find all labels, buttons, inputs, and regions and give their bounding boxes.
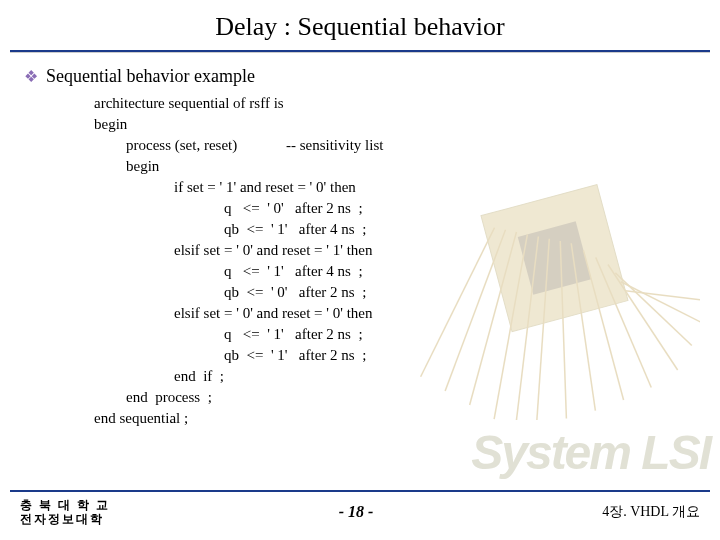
diamond-bullet-icon: ❖ (24, 67, 38, 86)
code-block: architecture sequential of rsff is begin… (24, 93, 700, 429)
code-line: begin (94, 156, 700, 177)
code-line: q <= ' 0' after 2 ns ; (94, 198, 700, 219)
code-line: begin (94, 114, 700, 135)
footer-rule (10, 490, 710, 492)
watermark-text: System LSI (471, 425, 710, 480)
organization-label: 충 북 대 학 교 전자정보대학 (20, 498, 110, 527)
content-area: ❖ Sequential behavior example architectu… (0, 66, 720, 429)
code-line: process (set, reset) -- sensitivity list (94, 135, 700, 156)
code-line: elsif set = ' 0' and reset = ' 0' then (94, 303, 700, 324)
code-line: q <= ' 1' after 2 ns ; (94, 324, 700, 345)
page-number: - 18 - (339, 503, 374, 521)
org-line2: 전자정보대학 (20, 512, 110, 526)
bullet-text: Sequential behavior example (46, 66, 255, 87)
chapter-label: 4장. VHDL 개요 (602, 503, 700, 521)
slide-title: Delay : Sequential behavior (0, 0, 720, 50)
code-line: elsif set = ' 0' and reset = ' 1' then (94, 240, 700, 261)
org-line1: 충 북 대 학 교 (20, 498, 110, 512)
code-line: qb <= ' 0' after 2 ns ; (94, 282, 700, 303)
footer: 충 북 대 학 교 전자정보대학 - 18 - 4장. VHDL 개요 (0, 490, 720, 530)
code-line: end process ; (94, 387, 700, 408)
code-line: end sequential ; (94, 408, 700, 429)
code-line: q <= ' 1' after 4 ns ; (94, 261, 700, 282)
title-rule (10, 50, 710, 52)
code-line: qb <= ' 1' after 2 ns ; (94, 345, 700, 366)
code-line: if set = ' 1' and reset = ' 0' then (94, 177, 700, 198)
code-line: architecture sequential of rsff is (94, 93, 700, 114)
code-line: qb <= ' 1' after 4 ns ; (94, 219, 700, 240)
bullet-heading: ❖ Sequential behavior example (24, 66, 700, 87)
code-line: end if ; (94, 366, 700, 387)
